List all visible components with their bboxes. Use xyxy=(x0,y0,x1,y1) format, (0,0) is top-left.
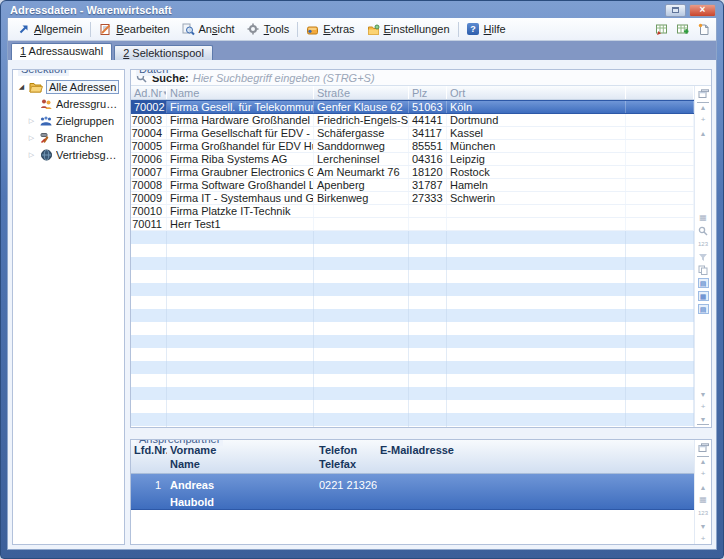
table-row[interactable]: 70011 Herr Test1 xyxy=(131,218,694,231)
cell-adnr[interactable]: 70005 xyxy=(131,140,167,152)
tree-item-alle-adressen[interactable]: ◢ Alle Adressen xyxy=(15,78,122,95)
menu-allgemein[interactable]: Allgemein xyxy=(11,21,88,38)
cell-lfdnr[interactable]: 1 xyxy=(131,476,167,509)
menu-ansicht[interactable]: Ansicht xyxy=(176,21,241,38)
table-row[interactable]: 70010 Firma Platzke IT-Technik xyxy=(131,205,694,218)
cell-adnr[interactable]: 70007 xyxy=(131,166,167,178)
cell-adnr[interactable]: 70008 xyxy=(131,179,167,191)
cell-plz[interactable]: 27333 xyxy=(409,192,447,204)
search-bar[interactable]: Suche: Hier Suchbegriff eingeben (STRG+S… xyxy=(131,70,711,86)
cell-email[interactable] xyxy=(377,476,694,509)
cell-plz[interactable] xyxy=(409,218,447,230)
tree-label[interactable]: Alle Adressen xyxy=(46,80,119,94)
cell-strasse[interactable]: Lercheninsel xyxy=(314,153,409,165)
cell-telefon-telefax[interactable]: 0221 2132658 xyxy=(316,476,377,509)
cell-plz[interactable] xyxy=(409,205,447,217)
tree-item-adressgruppen[interactable]: Adressgruppen xyxy=(15,95,122,112)
cell-plz[interactable]: 34117 xyxy=(409,127,447,139)
list-layout-2-icon[interactable]: ▦ xyxy=(698,291,709,301)
column-header-name[interactable]: Name xyxy=(167,86,314,99)
cell-name[interactable]: Firma Software Großhandel Lübke AG xyxy=(167,179,314,191)
column-header-adnr[interactable]: Ad.Nr▼ xyxy=(131,86,167,99)
filter-icon[interactable] xyxy=(697,252,709,262)
contact-row[interactable]: 1 Andreas Haubold 0221 2132658 xyxy=(131,474,694,510)
table-row[interactable]: 70007 Firma Graubner Electronics GmbH Am… xyxy=(131,166,694,179)
column-chooser-icon[interactable] xyxy=(697,443,709,453)
cell-strasse[interactable]: Birkenweg xyxy=(314,192,409,204)
cell-strasse[interactable] xyxy=(314,218,409,230)
insert-record-icon[interactable]: + xyxy=(697,534,709,544)
column-header-plz[interactable]: Plz xyxy=(409,86,447,99)
cell-plz[interactable]: 44141 xyxy=(409,114,447,126)
next-record-icon[interactable]: ▼ xyxy=(697,521,709,531)
column-header-ort[interactable]: Ort xyxy=(447,86,626,99)
cell-vorname-name[interactable]: Andreas Haubold xyxy=(167,476,316,509)
collapsed-arrow-icon[interactable]: ▷ xyxy=(27,134,36,141)
expanded-arrow-icon[interactable]: ◢ xyxy=(17,83,26,90)
cell-ort[interactable]: Rostock xyxy=(447,166,626,178)
cell-adnr[interactable]: 70006 xyxy=(131,153,167,165)
cell-name[interactable]: Firma Graubner Electronics GmbH xyxy=(167,166,314,178)
tree-label[interactable]: Zielgruppen xyxy=(56,115,114,127)
cell-ort[interactable] xyxy=(447,218,626,230)
tree-item-zielgruppen[interactable]: ▷ Zielgruppen xyxy=(15,112,122,129)
collapsed-arrow-icon[interactable]: ▷ xyxy=(27,117,36,124)
cell-strasse[interactable]: Friedrich-Engels-Str. xyxy=(314,114,409,126)
insert-record-icon[interactable]: + xyxy=(697,402,709,412)
search-input[interactable]: Hier Suchbegriff eingeben (STRG+S) xyxy=(193,72,375,84)
cell-name[interactable]: Firma Gesell. für Telekommunikation xyxy=(167,101,314,113)
table-add-button[interactable] xyxy=(673,21,692,38)
column-header-telefon-telefax[interactable]: TelefonTelefax xyxy=(316,442,377,473)
cell-name[interactable]: Firma Gesellschaft für EDV - Systeme xyxy=(167,127,314,139)
first-record-icon[interactable]: ▲ xyxy=(697,456,709,466)
cell-ort[interactable]: Leipzig xyxy=(447,153,626,165)
table-row[interactable]: 70005 Firma Großhandel für EDV Hutner Sa… xyxy=(131,140,694,153)
cell-adnr[interactable]: 70010 xyxy=(131,205,167,217)
cell-plz[interactable]: 18120 xyxy=(409,166,447,178)
menu-bearbeiten[interactable]: Bearbeiten xyxy=(93,21,175,38)
grid-view-icon[interactable]: ▦ xyxy=(697,495,709,505)
column-header-lfdnr[interactable]: Lfd.Nr. xyxy=(131,442,167,473)
search-icon[interactable] xyxy=(697,226,709,236)
cell-strasse[interactable]: Sanddornweg xyxy=(314,140,409,152)
cell-plz[interactable]: 85551 xyxy=(409,140,447,152)
cell-name[interactable]: Firma Hardware Großhandel Dortmund xyxy=(167,114,314,126)
list-layout-3-icon[interactable]: ▤ xyxy=(698,304,709,314)
append-record-icon[interactable]: + xyxy=(697,469,709,479)
cell-strasse[interactable]: Genfer Klause 62 xyxy=(314,101,409,113)
cell-ort[interactable] xyxy=(447,205,626,217)
cell-adnr[interactable]: 70003 xyxy=(131,114,167,126)
table-row[interactable]: 70002 Firma Gesell. für Telekommunikatio… xyxy=(131,100,694,114)
table-row[interactable]: 70003 Firma Hardware Großhandel Dortmund… xyxy=(131,114,694,127)
titlebar[interactable]: Adressdaten - Warenwirtschaft × xyxy=(7,1,717,18)
numbers-icon[interactable]: 123 xyxy=(697,239,709,249)
prev-record-icon[interactable]: ▲ xyxy=(697,482,709,492)
cell-plz[interactable]: 31787 xyxy=(409,179,447,191)
tree-label[interactable]: Vertriebsgebiete xyxy=(56,149,122,161)
cell-ort[interactable]: Hameln xyxy=(447,179,626,191)
cell-name[interactable]: Firma Riba Systems AG xyxy=(167,153,314,165)
copy-icon[interactable] xyxy=(697,265,709,275)
menu-einstellungen[interactable]: Einstellungen xyxy=(361,21,456,38)
cell-plz[interactable]: 04316 xyxy=(409,153,447,165)
cell-name[interactable]: Firma Platzke IT-Technik xyxy=(167,205,314,217)
cell-name[interactable]: Firma Großhandel für EDV Hutner xyxy=(167,140,314,152)
collapsed-arrow-icon[interactable]: ▷ xyxy=(27,151,36,158)
numbers-icon[interactable]: 123 xyxy=(697,508,709,518)
prev-record-icon[interactable]: ▲ xyxy=(697,128,709,138)
column-chooser-icon[interactable] xyxy=(697,89,709,99)
next-record-icon[interactable]: ▼ xyxy=(697,389,709,399)
cell-ort[interactable]: Köln xyxy=(447,101,626,113)
cell-ort[interactable]: Schwerin xyxy=(447,192,626,204)
close-button[interactable]: × xyxy=(689,4,716,17)
menu-extras[interactable]: Extras xyxy=(300,21,360,38)
tab-adressauswahl[interactable]: 1 Adressauswahl xyxy=(11,43,112,60)
table-row[interactable]: 70008 Firma Software Großhandel Lübke AG… xyxy=(131,179,694,192)
grid-view-icon[interactable]: ▦ xyxy=(697,213,709,223)
list-layout-1-icon[interactable]: ▤ xyxy=(698,278,709,288)
column-header-email[interactable]: E-Mailadresse xyxy=(377,442,694,473)
cell-strasse[interactable] xyxy=(314,205,409,217)
table-row[interactable]: 70009 Firma IT - Systemhaus und Großhand… xyxy=(131,192,694,205)
new-document-button[interactable] xyxy=(694,21,713,38)
column-header-strasse[interactable]: Straße xyxy=(314,86,409,99)
